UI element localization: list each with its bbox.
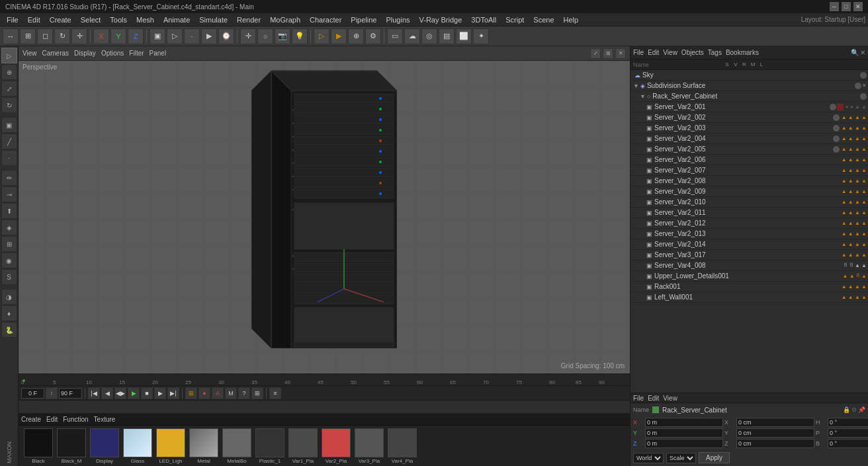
tb-point[interactable]: ·: [184, 28, 200, 44]
tb-sky[interactable]: ☁: [404, 28, 420, 44]
menu-edit[interactable]: Edit: [24, 15, 44, 25]
attr-b-input[interactable]: [828, 439, 868, 448]
mat-metal[interactable]: Metal: [189, 428, 218, 464]
menu-3dtoall[interactable]: 3DToAll: [467, 15, 500, 25]
tb-cam[interactable]: 📷: [275, 28, 290, 44]
tl-step[interactable]: ↕: [46, 387, 58, 399]
tool-scale[interactable]: ⤢: [1, 81, 17, 97]
tl-list[interactable]: ≡: [269, 387, 281, 399]
mat-var4[interactable]: Var4_Pla: [388, 428, 417, 464]
attr-sy-input[interactable]: [736, 428, 814, 438]
attr-y-input[interactable]: [645, 428, 723, 438]
obj-row-sv009[interactable]: ▣ Server_Var2_009 ▲ ▲ ▲ ▲: [630, 186, 868, 197]
tool-rotate[interactable]: ↻: [1, 97, 17, 113]
mat-menu-texture[interactable]: Texture: [94, 416, 116, 423]
tl-auto[interactable]: A: [212, 387, 224, 399]
obj-bookmarks[interactable]: Bookmarks: [726, 49, 759, 56]
attr-sx-input[interactable]: [736, 418, 814, 427]
tool-python[interactable]: 🐍: [1, 322, 17, 338]
menu-plugins[interactable]: Plugins: [382, 15, 413, 25]
mat-metalbo[interactable]: MetalBo: [222, 428, 251, 464]
tl-prev-frame[interactable]: ◀: [101, 387, 113, 399]
obj-edit[interactable]: Edit: [648, 49, 659, 56]
obj-tags[interactable]: Tags: [708, 49, 722, 56]
attr-sz-input[interactable]: [736, 439, 814, 448]
obj-row-sv008[interactable]: ▣ Server_Var2_008 ▲ ▲ ▲ ▲: [630, 176, 868, 186]
obj-row-sv013[interactable]: ▣ Server_Var2_013 ▲ ▲ ▲ ▲: [630, 229, 868, 239]
tb-floor[interactable]: ▭: [387, 28, 403, 44]
attr-x-input[interactable]: [645, 418, 723, 427]
tl-rewind[interactable]: |◀: [88, 387, 100, 399]
apply-button[interactable]: Apply: [699, 452, 730, 463]
tool-move[interactable]: ⊕: [1, 64, 17, 80]
vp-icon-expand[interactable]: ⤢: [590, 48, 601, 59]
tb-render-all[interactable]: ⊕: [348, 28, 364, 44]
tb-env[interactable]: ◎: [421, 28, 437, 44]
tb-light2[interactable]: ✦: [473, 28, 489, 44]
mat-black-m[interactable]: Black_M: [57, 428, 86, 464]
tb-fg[interactable]: ⬜: [456, 28, 472, 44]
menu-scene[interactable]: Scene: [529, 15, 558, 25]
vp-menu-view[interactable]: View: [22, 50, 37, 57]
mat-led[interactable]: LED_Ligh: [156, 428, 185, 464]
tool-extrude[interactable]: ⬆: [1, 203, 17, 219]
attr-h-input[interactable]: [828, 418, 868, 427]
obj-row-sv005[interactable]: ▣ Server_Var2_005 ▲ ▲ ▲ ▲: [630, 144, 868, 155]
obj-row-leftwall[interactable]: ▣ Left_Wall001 ▲ ▲ ▲ ▲: [630, 292, 868, 303]
attr-space-select[interactable]: World Local: [633, 453, 664, 463]
mat-menu-function[interactable]: Function: [63, 416, 88, 423]
minimize-button[interactable]: ─: [830, 2, 839, 11]
attr-scale-select[interactable]: Scale: [666, 453, 696, 463]
mat-glass[interactable]: Glass: [123, 428, 152, 464]
close-button[interactable]: ✕: [853, 2, 863, 11]
tool-knife[interactable]: ⊸: [1, 186, 17, 202]
menu-help[interactable]: Help: [560, 15, 583, 25]
menu-animate[interactable]: Animate: [159, 15, 194, 25]
obj-objects[interactable]: Objects: [681, 49, 704, 56]
tool-point[interactable]: ·: [1, 150, 17, 166]
tool-bevel[interactable]: ◈: [1, 219, 17, 235]
tool-weld[interactable]: ◉: [1, 252, 17, 268]
vp-menu-filter[interactable]: Filter: [129, 50, 144, 57]
end-frame-input[interactable]: [59, 388, 82, 399]
obj-row-upper[interactable]: ▣ Upper_Lower_Details001 ▲ ▲ ⠿ ▲: [630, 271, 868, 282]
menu-vray[interactable]: V-Ray Bridge: [415, 15, 466, 25]
tb-object[interactable]: ◻: [37, 28, 53, 44]
obj-row-rack001[interactable]: ▣ Rack001 ▲ ▲ ▲ ▲: [630, 282, 868, 292]
tool-bridge[interactable]: ⊞: [1, 236, 17, 252]
tool-paint[interactable]: ✏: [1, 170, 17, 186]
mat-var3[interactable]: Var3_Pla: [355, 428, 384, 464]
attr-p-input[interactable]: [828, 428, 868, 438]
obj-row-sv010[interactable]: ▣ Server_Var2_010 ▲ ▲ ▲ ▲: [630, 197, 868, 208]
tl-record[interactable]: ●: [198, 387, 210, 399]
tb-move[interactable]: ↔: [3, 28, 19, 44]
obj-row-sv012[interactable]: ▣ Server_Var2_012 ▲ ▲ ▲ ▲: [630, 218, 868, 229]
tb-null[interactable]: ○: [257, 28, 273, 44]
tb-add[interactable]: ✛: [240, 28, 256, 44]
obj-view[interactable]: View: [663, 49, 677, 56]
obj-row-sky[interactable]: ☁ Sky: [630, 70, 868, 81]
tool-edge[interactable]: ╱: [1, 134, 17, 149]
tl-settings[interactable]: ?: [238, 387, 250, 399]
obj-row-sv004[interactable]: ▣ Server_Var2_004 ▲ ▲ ▲ ▲: [630, 134, 868, 144]
tool-sculpt[interactable]: ♦: [1, 305, 17, 321]
tb-model[interactable]: ⊞: [20, 28, 36, 44]
tb-light[interactable]: 💡: [292, 28, 308, 44]
tb-rotate[interactable]: ↻: [54, 28, 70, 44]
tb-anim2[interactable]: ⌚: [218, 28, 234, 44]
menu-tools[interactable]: Tools: [106, 15, 131, 25]
tb-scale[interactable]: ✛: [71, 28, 87, 44]
tb-render-view[interactable]: ▷: [314, 28, 329, 44]
obj-row-sv003[interactable]: ▣ Server_Var2_003 ▲ ▲ ▲ ▲: [630, 123, 868, 134]
mat-display[interactable]: Display: [90, 428, 119, 464]
viewport[interactable]: Perspective Grid Spacing: 100 cm: [19, 61, 630, 373]
tl-key-all[interactable]: ⊞: [185, 387, 197, 399]
attr-edit[interactable]: Edit: [648, 395, 659, 402]
vp-menu-options[interactable]: Options: [101, 50, 124, 57]
mat-plastic1[interactable]: Plastic_1: [255, 428, 284, 464]
tl-next-frame[interactable]: ▶: [154, 387, 166, 399]
obj-row-sv007[interactable]: ▣ Server_Var2_007 ▲ ▲ ▲ ▲: [630, 165, 868, 176]
vp-icon-close[interactable]: ✕: [615, 48, 626, 59]
tb-poly[interactable]: ▣: [150, 28, 165, 44]
menu-mograph[interactable]: MoGraph: [266, 15, 304, 25]
